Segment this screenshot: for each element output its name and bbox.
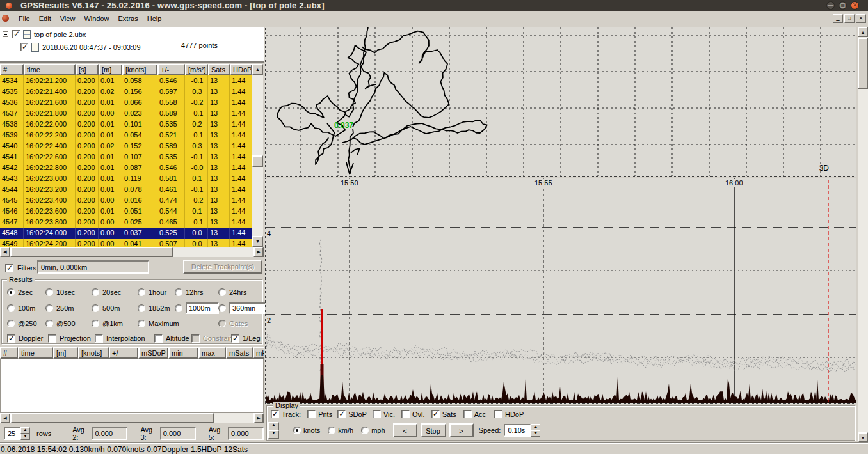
column-header[interactable]: # — [0, 347, 18, 359]
table-row[interactable]: 454516:02:23.4000.2000.000.0160.474-0.21… — [0, 195, 252, 206]
table-row[interactable]: 453616:02:21.6000.2000.010.0660.558-0.21… — [0, 97, 252, 108]
checkbox-interpolation[interactable]: Interpolation — [95, 334, 145, 343]
radio-icon[interactable] — [175, 288, 182, 296]
table-row[interactable]: 454216:02:22.8000.2000.010.0870.546-0.01… — [0, 162, 252, 173]
plot-vscrollbar[interactable]: ▲ ▼ — [858, 27, 868, 442]
column-header[interactable]: [m] — [99, 64, 122, 75]
display-toggle-hdop[interactable]: HDoP — [494, 410, 524, 418]
checkbox-icon[interactable] — [7, 334, 15, 343]
checkbox-icon[interactable] — [154, 334, 163, 343]
column-header[interactable]: mSats — [226, 347, 253, 359]
tree-root-label[interactable]: top of pole 2.ubx — [34, 31, 86, 38]
radio-maximum[interactable]: Maximum — [138, 319, 179, 328]
column-header[interactable]: mHDoP — [253, 347, 264, 359]
radio-icon[interactable] — [138, 304, 145, 312]
scroll-up-icon[interactable]: ▲ — [858, 27, 868, 37]
speed-time-plot[interactable]: 15:5015:5516:00 42 — [265, 178, 856, 404]
filters-input[interactable] — [37, 260, 149, 274]
column-header[interactable]: [s] — [76, 64, 99, 75]
radio-250m[interactable]: 250m — [45, 304, 74, 313]
unit-radio-mph[interactable]: mph — [361, 427, 385, 434]
filters-checkbox[interactable] — [5, 264, 13, 272]
spin-down-icon[interactable]: ▼ — [268, 430, 279, 439]
radio-2sec[interactable]: 2sec — [7, 288, 33, 297]
display-toggle-pnts[interactable]: Pnts — [307, 410, 332, 418]
table-row[interactable]: 454116:02:22.6000.2000.010.1070.535-0.11… — [0, 152, 252, 162]
radio-icon[interactable] — [92, 320, 99, 327]
radio-icon[interactable] — [45, 304, 53, 312]
radio-250[interactable]: @250 — [7, 319, 37, 328]
tree-collapse-icon[interactable] — [3, 31, 8, 37]
results-table-body[interactable] — [0, 359, 264, 413]
scroll-down-icon[interactable]: ▼ — [252, 236, 263, 247]
menu-window[interactable]: Window — [79, 13, 113, 24]
column-header[interactable]: +/- — [109, 347, 138, 359]
table-row[interactable]: 453816:02:22.0000.2000.010.1010.5350.213… — [0, 119, 252, 130]
display-toggle-track[interactable]: Track: — [271, 410, 301, 418]
table-row[interactable]: 454416:02:23.2000.2000.010.0780.461-0.11… — [0, 184, 252, 195]
rows-spinner[interactable]: 25 ▲ ▼ — [4, 427, 30, 440]
radio-12hrs[interactable]: 12hrs — [175, 288, 204, 297]
checkbox-icon[interactable] — [373, 410, 381, 418]
close-icon[interactable]: ✕ — [851, 1, 859, 10]
column-header[interactable]: max — [198, 347, 226, 359]
avg2-input[interactable] — [92, 427, 127, 440]
column-header[interactable]: HDoP — [230, 64, 252, 75]
vscroll-thumb[interactable] — [858, 38, 868, 89]
radio-icon[interactable] — [45, 288, 53, 296]
menu-help[interactable]: Help — [143, 13, 166, 24]
spin-up-icon[interactable]: ▲ — [268, 422, 279, 430]
mdi-restore-icon[interactable]: ❐ — [844, 14, 855, 23]
table-row[interactable]: 454916:02:24.2000.2000.000.0410.5070.013… — [0, 239, 252, 247]
trackpoint-table-vscrollbar[interactable]: ▲ ▼ — [252, 64, 263, 247]
table-row[interactable]: 454816:02:24.0000.2000.000.0370.5250.013… — [0, 228, 252, 239]
menu-edit[interactable]: Edit — [35, 13, 56, 24]
radio-icon[interactable] — [138, 288, 145, 296]
radio-10sec[interactable]: 10sec — [45, 288, 75, 297]
table-row[interactable]: 454616:02:23.6000.2000.010.0510.5440.113… — [0, 206, 252, 217]
radio-icon[interactable] — [175, 304, 182, 312]
scroll-up-icon[interactable]: ▲ — [252, 64, 263, 75]
radio-24hrs[interactable]: 24hrs — [218, 288, 247, 297]
checkbox-icon[interactable] — [401, 410, 410, 418]
trackpoint-table[interactable]: 453416:02:21.2000.2000.010.0580.546-0.11… — [0, 75, 252, 247]
column-header[interactable]: time — [18, 347, 53, 359]
mdi-close-icon[interactable]: ✕ — [856, 14, 866, 23]
step-forward-button[interactable]: > — [449, 423, 474, 437]
checkbox-projection[interactable]: Projection — [48, 334, 91, 343]
radio-icon[interactable] — [328, 427, 335, 434]
checkbox-altitude[interactable]: Altitude — [154, 334, 189, 343]
radio-icon[interactable] — [218, 288, 226, 296]
checkbox-icon[interactable] — [48, 334, 56, 343]
table-row[interactable]: 453416:02:21.2000.2000.010.0580.546-0.11… — [0, 75, 252, 86]
stop-button[interactable]: Stop — [421, 423, 446, 437]
trackpoint-table-hscrollbar[interactable]: ◀ ▶ — [0, 247, 264, 257]
radio-360min[interactable] — [218, 304, 266, 313]
checkbox-icon[interactable] — [231, 334, 239, 343]
tree-root-checkbox[interactable] — [12, 30, 20, 38]
column-header[interactable]: mSDoP — [138, 347, 168, 359]
tree-root-row[interactable]: top of pole 2.ubx — [0, 29, 264, 40]
display-toggle-sdop[interactable]: SDoP — [337, 410, 367, 418]
radio-1000m[interactable] — [175, 304, 219, 313]
table-row[interactable]: 453516:02:21.4000.2000.020.1560.5970.313… — [0, 86, 252, 97]
display-toggle-vic[interactable]: Vic. — [373, 410, 395, 418]
checkbox-icon[interactable] — [271, 410, 279, 418]
table-row[interactable]: 454016:02:22.4000.2000.020.1520.5890.313… — [0, 141, 252, 152]
radio-icon[interactable] — [92, 288, 99, 296]
avg5-input[interactable] — [228, 427, 264, 440]
mdi-minimize-icon[interactable]: _ — [833, 14, 843, 23]
limit-input[interactable] — [186, 302, 219, 314]
column-header[interactable]: Sats — [208, 64, 230, 75]
checkbox-icon[interactable] — [307, 410, 316, 418]
scroll-left-icon[interactable]: ◀ — [0, 413, 10, 423]
menu-file[interactable]: File — [14, 13, 35, 24]
radio-icon[interactable] — [293, 427, 301, 434]
radio-1852m[interactable]: 1852m — [138, 304, 170, 313]
unit-radio-kmh[interactable]: km/h — [328, 427, 353, 434]
avg3-input[interactable] — [160, 427, 196, 440]
tree-child-checkbox[interactable] — [20, 43, 29, 51]
column-header[interactable]: +/- — [157, 64, 185, 75]
track-plot[interactable]: 0.037 3D — [265, 27, 856, 177]
hscroll-thumb[interactable] — [10, 413, 214, 423]
